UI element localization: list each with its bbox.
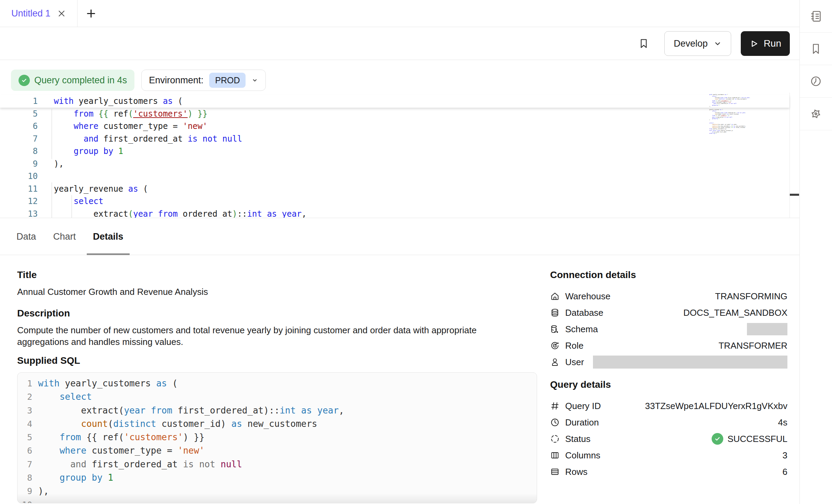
title-value: Annual Customer Growth and Revenue Analy… — [17, 286, 538, 298]
line-number: 2 — [17, 390, 32, 404]
detail-label: Role — [565, 340, 583, 351]
details-panel: Title Annual Customer Growth and Revenue… — [0, 255, 799, 504]
code-line: 12 select — [0, 195, 789, 208]
line-number: 1 — [0, 95, 38, 108]
details-right-column: Connection details WarehouseTRANSFORMING… — [550, 269, 787, 480]
detail-label: Rows — [565, 467, 587, 477]
environment-selector[interactable]: Environment: PROD — [141, 70, 266, 91]
details-left-column: Title Annual Customer Growth and Revenue… — [17, 269, 538, 503]
tab-chart[interactable]: Chart — [47, 218, 82, 255]
detail-row-user: User — [550, 354, 787, 370]
check-circle-icon — [712, 433, 723, 445]
code-line: 10 — [0, 170, 789, 183]
query-status-text: Query completed in 4s — [34, 75, 127, 86]
bookmark-button[interactable] — [638, 37, 650, 50]
supplied-sql-heading: Supplied SQL — [17, 355, 538, 366]
environment-label: Environment: — [149, 75, 203, 86]
indent-guide — [51, 182, 52, 218]
close-icon[interactable] — [57, 9, 66, 18]
plus-icon — [86, 8, 96, 19]
detail-value: TRANSFORMING — [715, 291, 787, 302]
right-sidebar — [799, 0, 832, 504]
detail-label: Warehouse — [565, 291, 610, 302]
code-line: 5 from {{ ref('customers') }} — [0, 108, 789, 120]
environment-value-badge: PROD — [209, 73, 246, 88]
detail-row-role: RoleTRANSFORMER — [550, 337, 787, 354]
code-line: 6 where customer_type = 'new' — [17, 444, 537, 457]
user-icon — [550, 357, 560, 367]
bookmark-icon — [638, 37, 650, 50]
chevron-down-icon — [714, 40, 722, 48]
editor-scrollbar-thumb[interactable] — [790, 194, 799, 196]
code-line: 7 and first_ordered_at is not null — [0, 133, 789, 145]
redacted-value — [593, 356, 787, 369]
line-number: 3 — [17, 404, 32, 417]
editor-lines: 1with yearly_customers as (5 from {{ ref… — [0, 93, 789, 218]
run-label: Run — [764, 38, 781, 49]
title-heading: Title — [17, 269, 538, 280]
code-line: 9), — [0, 158, 789, 170]
sidebar-button-sparkle[interactable] — [800, 98, 832, 130]
line-number: 4 — [17, 417, 32, 431]
line-number: 12 — [0, 195, 38, 208]
minimap[interactable]: with yearly_customers as ( select extrac… — [709, 94, 753, 134]
check-circle-icon — [19, 75, 30, 86]
role-icon — [550, 341, 560, 350]
line-number: 11 — [0, 183, 38, 195]
code-editor[interactable]: 1with yearly_customers as (5 from {{ ref… — [0, 93, 799, 218]
code-line: 3 extract(year from first_ordered_at)::i… — [17, 404, 537, 417]
detail-row-database: DatabaseDOCS_TEAM_SANDBOX — [550, 304, 787, 321]
sidebar-button-notebook[interactable] — [800, 0, 832, 33]
detail-row-status: StatusSUCCESSFUL — [550, 431, 787, 447]
detail-label: Columns — [565, 450, 601, 461]
code-line: 8 group by 1 — [0, 145, 789, 158]
description-value: Compute the number of new customers and … — [17, 324, 511, 348]
status-icon — [550, 434, 560, 444]
code-line: 1with yearly_customers as ( — [0, 95, 789, 108]
rows-icon — [550, 467, 560, 477]
new-tab-button[interactable] — [86, 0, 96, 27]
detail-value: 3 — [783, 450, 787, 461]
line-number: 10 — [0, 170, 38, 183]
detail-value: 33TZseWpe1ALFDUYerxR1gVKxbv — [645, 401, 787, 411]
line-number: 8 — [0, 145, 38, 158]
line-number: 9 — [17, 484, 32, 498]
connection-details-heading: Connection details — [550, 269, 787, 280]
supplied-sql-block[interactable]: 1with yearly_customers as (2 select3 ext… — [17, 372, 537, 503]
code-line: 8 group by 1 — [17, 471, 537, 484]
code-line: 6 where customer_type = 'new' — [0, 120, 789, 133]
line-number: 8 — [17, 471, 32, 484]
query-status-badge: Query completed in 4s — [11, 70, 134, 91]
notebook-icon — [809, 9, 823, 23]
code-line: 9), — [17, 484, 537, 498]
detail-value: SUCCESSFUL — [727, 434, 787, 444]
tab-details[interactable]: Details — [87, 218, 130, 255]
detail-label: Query ID — [565, 401, 601, 411]
line-number: 5 — [17, 431, 32, 444]
detail-value: 4s — [778, 417, 787, 428]
code-line: 4 count(distinct customer_id) as new_cus… — [17, 417, 537, 431]
detail-value: DOCS_TEAM_SANDBOX — [684, 308, 787, 318]
sidebar-button-bookmark[interactable] — [800, 33, 832, 65]
line-number: 6 — [0, 120, 38, 133]
detail-row-columns: Columns3 — [550, 447, 787, 464]
line-number: 5 — [0, 108, 38, 120]
history-icon — [809, 74, 823, 88]
code-line: 7 and first_ordered_at is not null — [17, 458, 537, 471]
sidebar-button-history[interactable] — [800, 65, 832, 98]
chevron-down-icon — [251, 77, 258, 84]
redacted-value — [747, 323, 787, 335]
results-tabs: DataChartDetails — [0, 218, 799, 255]
tab-data[interactable]: Data — [10, 218, 42, 255]
run-button[interactable]: Run — [741, 31, 790, 56]
develop-dropdown[interactable]: Develop — [664, 31, 731, 56]
line-number: 10 — [17, 498, 32, 503]
sparkle-icon — [809, 107, 823, 121]
detail-row-query-id: Query ID33TZseWpe1ALFDUYerxR1gVKxbv — [550, 398, 787, 414]
code-line: 5 from {{ ref('customers') }} — [17, 431, 537, 444]
indent-guide — [71, 195, 72, 218]
main-pane: Untitled 1 Develop — [0, 0, 799, 504]
detail-row-schema: Schema — [550, 321, 787, 337]
editor-scrollbar-track — [789, 93, 790, 218]
file-tab-untitled-1[interactable]: Untitled 1 — [0, 0, 78, 27]
